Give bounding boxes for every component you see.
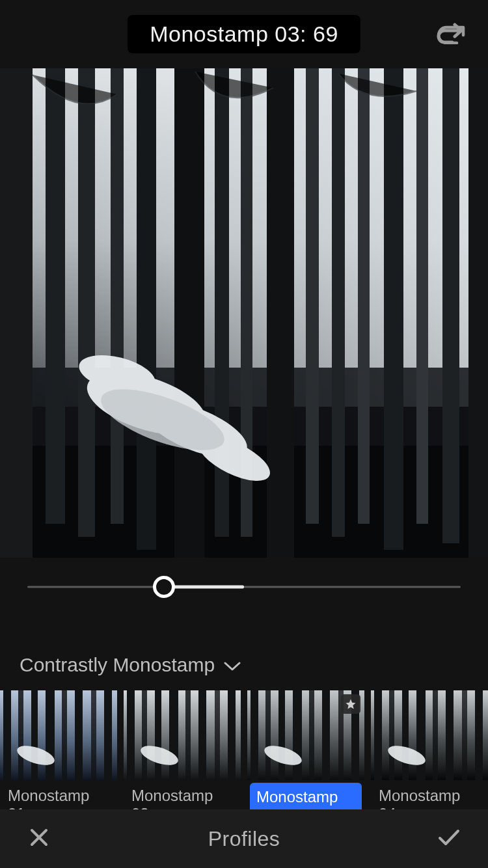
svg-rect-51 [322,690,330,780]
svg-rect-32 [91,690,96,780]
svg-rect-62 [462,690,467,780]
preset-thumb[interactable]: Monostamp 02 [124,690,241,830]
svg-rect-33 [104,690,112,780]
svg-rect-56 [374,690,382,780]
preset-thumbnail-strip[interactable]: Monostamp 01Monostamp 02Monostamp 03Mono… [0,690,488,830]
star-icon [345,698,357,710]
svg-rect-13 [306,68,319,524]
svg-rect-14 [332,68,345,537]
check-icon [438,828,460,849]
svg-rect-9 [174,68,204,558]
svg-rect-57 [389,690,394,780]
confirm-button[interactable] [433,823,465,854]
chevron-down-icon [224,654,241,676]
svg-rect-19 [468,68,488,558]
svg-rect-26 [3,690,11,780]
preset-thumb[interactable]: Monostamp 01 [0,690,117,830]
svg-rect-61 [446,690,454,780]
svg-rect-48 [278,690,285,780]
forest-preview-svg [0,68,488,558]
bottom-bar-title: Profiles [208,827,280,851]
intensity-slider[interactable] [27,574,461,600]
preset-thumb-image [124,690,241,780]
preset-thumb-image [247,690,364,780]
svg-rect-28 [31,690,38,780]
svg-rect-39 [169,690,178,780]
svg-rect-6 [78,68,95,537]
svg-rect-41 [198,690,206,780]
svg-rect-38 [155,690,161,780]
slider-track-active [164,586,244,589]
preset-thumb[interactable]: Monostamp 04 [371,690,488,830]
svg-rect-35 [124,690,241,780]
svg-rect-5 [46,68,65,524]
svg-rect-25 [0,690,117,780]
svg-rect-59 [416,690,426,780]
preset-thumb-image [0,690,117,780]
svg-rect-29 [46,690,55,780]
close-icon [29,828,49,850]
slider-thumb[interactable] [153,576,175,598]
favorite-badge [341,694,360,714]
svg-rect-16 [384,68,403,550]
profile-category-label: Contrastly Monostamp [20,654,215,676]
svg-rect-42 [215,690,220,780]
svg-rect-18 [442,68,459,543]
svg-rect-58 [402,690,409,780]
svg-rect-17 [416,68,428,524]
svg-rect-40 [185,690,191,780]
image-preview[interactable] [0,68,488,558]
slider-track [27,586,461,588]
svg-rect-30 [62,690,67,780]
svg-rect-27 [18,690,23,780]
svg-rect-4 [0,68,33,558]
svg-rect-8 [137,68,156,550]
undo-button[interactable] [435,18,468,51]
profile-category-dropdown[interactable]: Contrastly Monostamp [0,616,488,690]
preset-thumb[interactable]: Monostamp 03 [247,690,364,830]
svg-rect-49 [293,690,302,780]
svg-rect-7 [111,68,124,524]
intensity-slider-area [0,558,488,616]
svg-rect-43 [228,690,236,780]
header-bar: Monostamp 03: 69 [0,0,488,68]
svg-rect-50 [309,690,314,780]
svg-rect-31 [75,690,83,780]
svg-rect-60 [433,690,438,780]
svg-rect-37 [142,690,147,780]
svg-rect-36 [127,690,135,780]
preset-thumb-image [371,690,488,780]
svg-rect-55 [371,690,488,780]
cancel-button[interactable] [23,823,55,854]
undo-icon [437,23,467,46]
svg-rect-47 [265,690,271,780]
bottom-bar: Profiles [0,809,488,868]
svg-rect-63 [475,690,483,780]
svg-rect-15 [358,68,370,524]
profile-value-pill: Monostamp 03: 69 [128,15,360,53]
svg-rect-12 [267,68,294,558]
profile-value-label: Monostamp 03: 69 [150,21,338,46]
svg-rect-46 [251,690,258,780]
